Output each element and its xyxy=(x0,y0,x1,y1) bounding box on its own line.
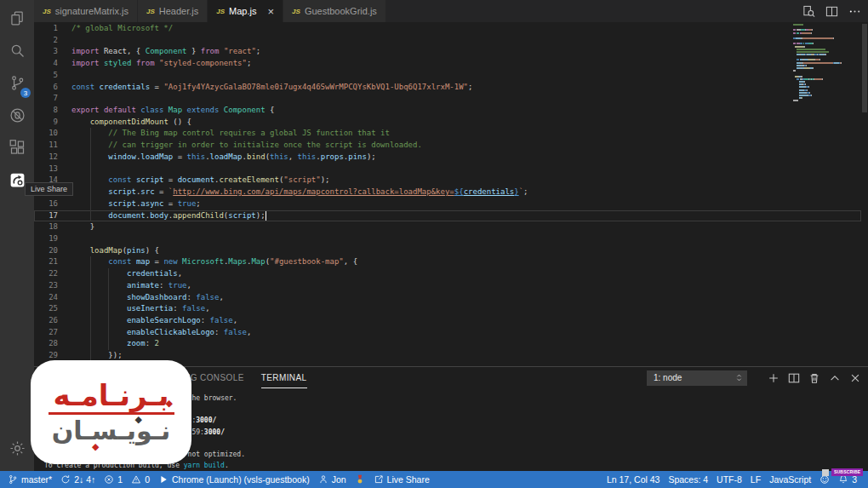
code-line[interactable]: 3import React, { Component } from "react… xyxy=(34,46,861,58)
add-terminal-icon[interactable] xyxy=(768,372,779,384)
code-line[interactable]: 23 animate: true, xyxy=(34,280,861,292)
indentation[interactable]: Spaces: 4 xyxy=(664,471,712,488)
code-line[interactable]: 6const credentials = "Aoj1fy4YAzycGalaBO… xyxy=(34,82,861,94)
activity-bar-item-search[interactable] xyxy=(0,36,34,68)
code-line[interactable]: 2 xyxy=(34,35,861,47)
split-terminal-icon[interactable] xyxy=(788,372,800,384)
code-line[interactable]: 16 script.async = true; xyxy=(34,198,861,210)
kill-terminal-icon[interactable] xyxy=(808,372,820,384)
indent-guide xyxy=(90,152,91,164)
code-token: new xyxy=(163,257,177,266)
activity-bar-item-debug[interactable] xyxy=(0,100,34,133)
code-token: class xyxy=(140,106,163,114)
tab-label: Header.js xyxy=(159,6,198,16)
code-token: ; xyxy=(256,47,260,55)
close-panel-icon[interactable] xyxy=(849,372,861,384)
errors-status[interactable]: 1 xyxy=(100,471,127,488)
code-line[interactable]: 9 componentDidMount () { xyxy=(34,117,861,129)
git-branch-status[interactable]: master* xyxy=(3,471,56,488)
code-line[interactable]: 8export default class Map extends Compon… xyxy=(34,105,861,117)
editor-scrollbar[interactable] xyxy=(861,22,868,366)
code-line[interactable]: 10 // The Bing map control requires a gl… xyxy=(34,128,861,140)
code-editor[interactable]: 1/* global Microsoft */23import React, {… xyxy=(34,22,868,366)
minimap-segment xyxy=(807,89,808,91)
split-editor-icon[interactable] xyxy=(825,5,838,18)
code-token: enableClickableLogo xyxy=(127,328,214,336)
code-lines: 1/* global Microsoft */23import React, {… xyxy=(34,23,868,362)
code-line[interactable]: 27 enableClickableLogo: false, xyxy=(34,327,861,339)
indent-guide xyxy=(90,327,91,339)
minimap-line xyxy=(793,92,859,94)
panel-tab-terminal[interactable]: TERMINAL xyxy=(261,367,307,388)
terminal-selector[interactable]: 1: node xyxy=(647,370,747,386)
scrollbar-thumb[interactable] xyxy=(862,24,867,112)
tab-signaturematrix-js[interactable]: JSsignatureMatrix.js xyxy=(34,0,138,22)
code-token: Component xyxy=(146,47,187,55)
eol[interactable]: LF xyxy=(746,471,765,488)
code-token: Map xyxy=(251,257,265,266)
code-line[interactable]: 28 zoom: 2 xyxy=(34,338,861,350)
code-line[interactable]: 15 script.src = `http://www.bing.com/api… xyxy=(34,187,861,198)
minimap-segment xyxy=(793,100,798,101)
medal-status[interactable] xyxy=(351,471,369,488)
code-line[interactable]: 19 xyxy=(34,233,861,245)
launch-status[interactable]: Chrome (Launch) (vsls-guestbook) xyxy=(154,471,314,488)
code-line[interactable]: 22 credentials, xyxy=(34,268,861,280)
code-token: window xyxy=(108,152,136,161)
code-token: showDashboard xyxy=(127,293,186,301)
code-line[interactable]: 17 document.body.appendChild(script); xyxy=(34,210,861,222)
eol-label: LF xyxy=(751,474,761,485)
minimap-segment xyxy=(822,78,824,80)
code-line[interactable]: 26 enableSearchLogo: false, xyxy=(34,315,861,327)
code-line[interactable]: 1/* global Microsoft */ xyxy=(34,23,861,35)
code-line-text: const map = new Microsoft.Maps.Map("#gue… xyxy=(58,256,861,268)
activity-bar-item-settings-gear[interactable] xyxy=(0,433,34,466)
code-token: = xyxy=(173,152,186,161)
line-number: 8 xyxy=(34,105,58,117)
watermark-logo: بـرنـامـه نـویـسـان ◆ ◆ ◆ xyxy=(31,360,191,464)
cursor-position[interactable]: Ln 17, Col 43 xyxy=(602,471,664,488)
tab-header-js[interactable]: JSHeader.js xyxy=(138,0,208,22)
minimap[interactable] xyxy=(793,24,859,102)
activity-bar-item-extensions[interactable] xyxy=(0,133,34,165)
user-status[interactable]: Jon xyxy=(314,471,351,488)
code-line[interactable]: 18 } xyxy=(34,221,861,233)
code-line[interactable]: 7 xyxy=(34,93,861,105)
code-token: false xyxy=(196,293,219,301)
maximize-panel-icon[interactable] xyxy=(829,372,841,384)
text-cursor xyxy=(266,211,267,221)
tab-close-icon[interactable]: × xyxy=(267,6,274,17)
code-token: , xyxy=(187,281,191,290)
code-line[interactable]: 25 useInertia: false, xyxy=(34,303,861,315)
code-line-text: script.src = `http://www.bing.com/api/ma… xyxy=(58,187,861,198)
code-line[interactable]: 13 xyxy=(34,164,861,175)
code-line[interactable]: 24 showDashboard: false, xyxy=(34,292,861,304)
code-token: enableSearchLogo xyxy=(127,316,201,324)
warnings-status[interactable]: 0 xyxy=(127,471,154,488)
tab-map-js[interactable]: JSMap.js× xyxy=(208,0,283,22)
live-share-status[interactable]: Live Share xyxy=(369,471,434,488)
code-line-text: document.body.appendChild(script); xyxy=(58,210,861,222)
code-line[interactable]: 21 const map = new Microsoft.Maps.Map("#… xyxy=(34,256,861,268)
code-line[interactable]: 14 const script = document.createElement… xyxy=(34,175,861,187)
tab-guestbookgrid-js[interactable]: JSGuestbookGrid.js xyxy=(283,0,386,22)
code-line[interactable]: 20 loadMap(pins) { xyxy=(34,245,861,257)
activity-bar-item-source-control[interactable]: 3 xyxy=(0,68,34,100)
code-token: /* global Microsoft */ xyxy=(71,24,173,32)
activity-bar-item-explorer[interactable] xyxy=(0,3,34,36)
watermark-rule xyxy=(49,412,174,415)
code-line[interactable]: 4import styled from "styled-components"; xyxy=(34,58,861,70)
more-actions-icon[interactable] xyxy=(848,5,861,18)
code-token: loadMap xyxy=(140,152,173,161)
git-sync-status[interactable]: 2↓ 4↑ xyxy=(56,471,100,488)
code-token: "styled-components" xyxy=(159,59,247,67)
encoding[interactable]: UTF-8 xyxy=(712,471,746,488)
code-token: bind xyxy=(247,152,266,161)
open-changes-icon[interactable] xyxy=(802,5,815,18)
code-line[interactable]: 12 window.loadMap = this.loadMap.bind(th… xyxy=(34,152,861,164)
minimap-line xyxy=(793,49,859,50)
code-line[interactable]: 11 // can trigger in order to initialize… xyxy=(34,140,861,152)
minimap-line xyxy=(793,24,859,26)
language-mode[interactable]: JavaScript xyxy=(765,471,815,488)
code-line[interactable]: 5 xyxy=(34,70,861,82)
